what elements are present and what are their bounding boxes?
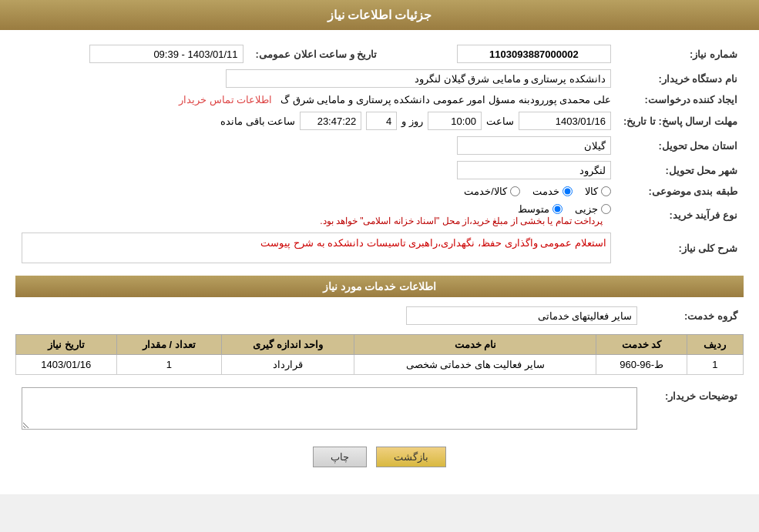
province-label: استان محل تحویل: [617, 133, 744, 158]
cell-date: 1403/01/16 [16, 355, 117, 375]
buyer-notes-textarea[interactable] [22, 387, 637, 430]
category-cell: کالا خدمت کالا/خدمت [15, 182, 617, 200]
buyer-notes-row: توضیحات خریدار: [15, 384, 744, 435]
category-kala-khedmat[interactable]: کالا/خدمت [464, 186, 520, 197]
city-cell [15, 158, 617, 182]
purchase-type-cell: جزیی متوسط پرداخت تمام یا بخشی از مبلغ خ… [15, 200, 617, 229]
need-number-label: شماره نیاز: [617, 42, 744, 66]
creator-cell: علی محمدی پوررودبنه مسؤل امور عمومی دانش… [15, 91, 617, 109]
creator-label: ایجاد کننده درخواست: [617, 91, 744, 109]
buyer-org-input [226, 69, 611, 88]
purchase-jozyi-radio[interactable] [601, 204, 611, 214]
col-service-name: نام خدمت [354, 335, 596, 355]
announce-date-label: تاریخ و ساعت اعلان عمومی: [250, 42, 384, 66]
services-table: ردیف کد خدمت نام خدمت واحد اندازه گیری ت… [15, 334, 744, 375]
purchase-type-radio-group: جزیی متوسط [22, 203, 611, 215]
cell-row: 1 [687, 355, 743, 375]
creator-row: ایجاد کننده درخواست: علی محمدی پوررودبنه… [15, 91, 744, 109]
purchase-type-label: نوع فرآیند خرید: [617, 200, 744, 229]
cell-quantity: 1 [116, 355, 222, 375]
announce-date-cell [15, 42, 250, 66]
category-both-label: کالا/خدمت [464, 186, 507, 197]
deadline-label: مهلت ارسال پاسخ: تا تاریخ: [617, 109, 744, 133]
services-table-head: ردیف کد خدمت نام خدمت واحد اندازه گیری ت… [16, 335, 744, 355]
category-row: طبقه بندی موضوعی: کالا خدمت [15, 182, 744, 200]
col-unit: واحد اندازه گیری [222, 335, 354, 355]
buyer-org-label: نام دستگاه خریدار: [617, 66, 744, 91]
announce-date-input [89, 45, 243, 63]
info-table: شماره نیاز: تاریخ و ساعت اعلان عمومی: نا… [15, 42, 744, 266]
city-input [457, 161, 611, 179]
table-row: 1 ط-96-960 سایر فعالیت های خدماتی شخصی ق… [16, 355, 744, 375]
deadline-time-input [428, 112, 482, 130]
col-row: ردیف [687, 335, 743, 355]
need-number-cell [383, 42, 617, 66]
purchase-type-motevaset[interactable]: متوسط [518, 203, 563, 215]
cell-service-code: ط-96-960 [596, 355, 687, 375]
need-desc-row: شرح کلی نیاز: استعلام عمومی واگذاری حفظ،… [15, 229, 744, 266]
deadline-row: مهلت ارسال پاسخ: تا تاریخ: ساعت روز و سا… [15, 109, 744, 133]
buyer-notes-label: توضیحات خریدار: [643, 384, 744, 435]
category-both-radio[interactable] [510, 186, 520, 196]
services-table-body: 1 ط-96-960 سایر فعالیت های خدماتی شخصی ق… [16, 355, 744, 375]
cell-service-name: سایر فعالیت های خدماتی شخصی [354, 355, 596, 375]
buyer-org-row: نام دستگاه خریدار: [15, 66, 744, 91]
deadline-days-label: روز و [401, 115, 423, 127]
buyer-notes-table: توضیحات خریدار: [15, 384, 744, 435]
deadline-cell: ساعت روز و ساعت باقی مانده [15, 109, 617, 133]
service-group-input [406, 306, 637, 325]
category-khedmat-label: خدمت [532, 186, 559, 197]
content-area: شماره نیاز: تاریخ و ساعت اعلان عمومی: نا… [0, 30, 759, 494]
services-section-header: اطلاعات خدمات مورد نیاز [15, 276, 744, 297]
buyer-notes-cell [15, 384, 643, 435]
deadline-days-input [366, 112, 397, 130]
need-number-row: شماره نیاز: تاریخ و ساعت اعلان عمومی: [15, 42, 744, 66]
deadline-remaining-label: ساعت باقی مانده [220, 115, 295, 127]
purchase-type-note: پرداخت تمام یا بخشی از مبلغ خرید،از محل … [320, 216, 603, 226]
creator-link[interactable]: اطلاعات تماس خریدار [179, 94, 272, 105]
need-desc-cell: استعلام عمومی واگذاری حفظ، نگهداری،راهبر… [15, 229, 617, 266]
deadline-date-input [519, 112, 611, 130]
buyer-org-cell [15, 66, 617, 91]
page-wrapper: جزئیات اطلاعات نیاز شماره نیاز: تاریخ و … [0, 0, 759, 494]
purchase-type-jozyi[interactable]: جزیی [575, 203, 611, 215]
services-table-header-row: ردیف کد خدمت نام خدمت واحد اندازه گیری ت… [16, 335, 744, 355]
creator-value: علی محمدی پوررودبنه مسؤل امور عمومی دانش… [280, 94, 611, 105]
purchase-jozyi-label: جزیی [575, 203, 598, 215]
page-title: جزئیات اطلاعات نیاز [0, 0, 759, 30]
col-quantity: تعداد / مقدار [116, 335, 222, 355]
service-group-row: گروه خدمت: [15, 303, 744, 328]
city-row: شهر محل تحویل: [15, 158, 744, 182]
category-kala-radio[interactable] [601, 186, 611, 196]
service-group-cell [15, 303, 643, 328]
province-cell [15, 133, 617, 158]
category-khedmat-radio[interactable] [563, 186, 573, 196]
category-label: طبقه بندی موضوعی: [617, 182, 744, 200]
deadline-time-label: ساعت [486, 115, 514, 127]
category-khedmat[interactable]: خدمت [532, 186, 573, 197]
col-service-code: کد خدمت [596, 335, 687, 355]
service-group-label: گروه خدمت: [643, 303, 744, 328]
button-row: بازگشت چاپ [15, 447, 744, 483]
city-label: شهر محل تحویل: [617, 158, 744, 182]
need-desc-label: شرح کلی نیاز: [617, 229, 744, 266]
deadline-remaining-input [300, 112, 361, 130]
purchase-type-row: نوع فرآیند خرید: جزیی متوسط پرداخت ت [15, 200, 744, 229]
category-kala[interactable]: کالا [585, 186, 611, 197]
need-number-input[interactable] [457, 45, 611, 63]
province-input [457, 136, 611, 155]
category-kala-label: کالا [585, 186, 598, 197]
need-desc-value: استعلام عمومی واگذاری حفظ، نگهداری،راهبر… [22, 233, 611, 263]
cell-unit: قرارداد [222, 355, 354, 375]
purchase-motevaset-label: متوسط [518, 203, 549, 215]
purchase-motevaset-radio[interactable] [552, 204, 563, 214]
category-radio-group: کالا خدمت کالا/خدمت [22, 186, 611, 197]
back-button[interactable]: بازگشت [376, 447, 446, 467]
service-group-table: گروه خدمت: [15, 303, 744, 328]
col-date: تاریخ نیاز [16, 335, 117, 355]
print-button[interactable]: چاپ [313, 447, 367, 467]
province-row: استان محل تحویل: [15, 133, 744, 158]
